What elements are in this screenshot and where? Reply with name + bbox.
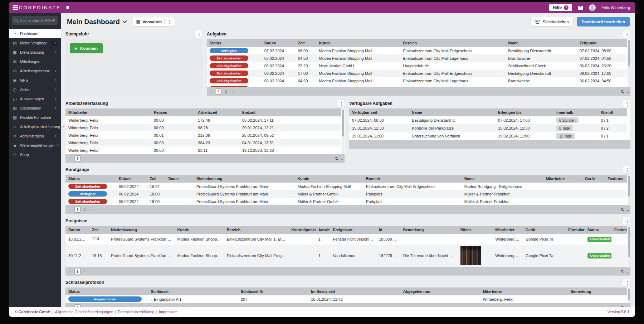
app-launcher-icon[interactable] — [66, 6, 69, 9]
widget-menu-button[interactable]: ⋮ — [623, 279, 630, 286]
prev-page-button[interactable]: ‹ — [67, 207, 73, 213]
sidebar-item-mitteilungen[interactable]: ✉ Mitteilungen — [9, 57, 61, 66]
table-row[interactable]: Zeit abgelaufen 06.02.2024 19:22 ProtecG… — [65, 183, 627, 190]
page-button[interactable]: 1 — [74, 268, 80, 274]
table-row[interactable]: Winterberg, Felix 00:01 212:09 25.01.202… — [65, 131, 341, 139]
scrollbar[interactable] — [628, 288, 630, 303]
sidebar-item-weiterempfehlungen[interactable]: ☻ Weiterempfehlungen — [9, 141, 61, 150]
widget-menu-button[interactable]: ⋮ — [623, 100, 630, 107]
kommen-button[interactable]: ▶ Kommen — [70, 43, 103, 53]
scrollbar[interactable] — [628, 226, 630, 266]
search-input[interactable] — [19, 18, 55, 23]
sidebar-item-administration[interactable]: ⚙ Administration — [9, 131, 61, 141]
hamburger-menu-icon[interactable] — [13, 5, 16, 10]
sidebar-item-auswertungen[interactable]: ◫ Auswertungen — [9, 94, 61, 103]
page-button[interactable]: 1 — [74, 304, 80, 307]
mail-icon[interactable] — [578, 6, 583, 10]
sichtbarkeiten-button[interactable]: Sichtbarkeiten — [530, 17, 574, 26]
dashboard-title-dropdown[interactable]: Mein Dashboard — [67, 18, 126, 26]
sidebar-item-arbeitsergebnisse[interactable]: ▭ Arbeitsergebnisse — [9, 66, 61, 76]
caret-down-icon[interactable]: ▾ — [627, 209, 629, 212]
chevron-left-icon — [55, 69, 58, 72]
sidebar-item-shop[interactable]: ⊞ Shop — [9, 150, 61, 159]
caret-down-icon[interactable]: ▾ — [627, 91, 629, 94]
widget-row-2: Arbeitszeiterfassung ⋮ Mitarbeiter Pause… — [65, 100, 630, 163]
table-row[interactable]: 30.11.2023 16:16 ProtecGuard Systems Fra… — [65, 245, 627, 267]
widget-menu-button[interactable]: ⋮ — [195, 30, 202, 38]
table-row[interactable]: Zeit abgelaufen 07.02.2024 04:50 Modea F… — [207, 54, 627, 62]
sidebar-item-zeiten[interactable]: ◷ Zeiten — [9, 85, 61, 94]
sidebar-item-dienstplanung[interactable]: ▦ Dienstplanung — [9, 48, 61, 57]
status-badge: Zeit abgelaufen — [210, 78, 248, 83]
table-row[interactable]: 19.01.2024, 11:00 Untersuchung von Vorfä… — [349, 132, 627, 140]
table-row[interactable]: Verfügbar 06.02.2024 18:00 ProtecGuard S… — [65, 190, 627, 198]
sidebar-item-gps[interactable]: ◉ GPS — [9, 76, 61, 85]
event-photo[interactable] — [460, 246, 481, 265]
table-row[interactable]: Angenommen ↓ Eingangstor A 1 207 16.01.2… — [65, 295, 627, 303]
col-mitarbeiter: Mitarbeiter — [492, 226, 523, 234]
page-button[interactable]: 1 — [74, 207, 80, 213]
help-button[interactable]: Hilfe ? — [549, 4, 572, 11]
caret-down-icon[interactable]: ▾ — [627, 271, 629, 274]
footer-link-datenschutz[interactable]: Datenschutzerklärung — [118, 310, 154, 314]
cell-geraet: Google Pixel 7a — [523, 245, 565, 267]
verwalten-button[interactable]: ▤ Verwalten ⋮ — [133, 17, 175, 26]
cell-endzeit: 25.01.2024, 09:52 — [239, 131, 341, 139]
widget-menu-button[interactable]: ⋮ — [337, 100, 345, 107]
dashboard-bearbeiten-button[interactable]: Dashboard bearbeiten — [577, 17, 630, 26]
refresh-icon[interactable]: ↻ — [620, 89, 625, 94]
table-row[interactable]: Zeit abgelaufen 06.02.2024 17:00 Modea F… — [207, 69, 627, 77]
scrollbar[interactable] — [342, 109, 344, 154]
page-button[interactable]: 1 — [74, 155, 80, 161]
table-row[interactable]: Winterberg, Felix 00:00 384:23 04.01.202… — [65, 139, 341, 146]
col-geraet: Gerät — [582, 175, 605, 183]
refresh-icon[interactable]: ↻ — [620, 207, 625, 212]
next-page-button[interactable]: › — [230, 88, 236, 95]
table-row[interactable]: 16.01.2024 11:41ⓘ ProtecGuard Systems Fr… — [65, 234, 627, 245]
table-row[interactable]: 15.01.2024, 12:30 Kontrolle der Parkplät… — [349, 124, 627, 132]
page-button[interactable]: 2 — [223, 88, 229, 95]
prev-page-button[interactable]: ‹ — [209, 88, 215, 95]
sidebar-item-meine-vorgaenge[interactable]: ▤ Meine Vorgänge 0 — [9, 38, 61, 48]
table-row[interactable]: Verfügbar 07.02.2024 08:00 Modea Fashion… — [207, 47, 627, 54]
scrollbar[interactable] — [628, 39, 630, 87]
cell-niederlassung: ProtecGuard Systems Frankfurt am Main — [194, 183, 295, 190]
table-row[interactable]: Winterberg, Felix 00:00 23:11 19.12.2023… — [65, 146, 341, 154]
next-page-button[interactable]: › — [82, 268, 88, 274]
table-row[interactable]: Zeit abgelaufen 06.02.2024 04:50 Modea F… — [207, 77, 627, 84]
prev-page-button[interactable]: ‹ — [67, 304, 73, 307]
table-row[interactable]: Winterberg, Felix 00:00 172:49 05.02.202… — [65, 116, 341, 124]
widget-menu-button[interactable]: ⋮ — [623, 166, 630, 173]
cell-mitarbeiter: Winterberg, Felix — [65, 131, 151, 139]
scrollbar[interactable] — [628, 175, 630, 205]
table-row[interactable]: Zeit abgelaufen 06.02.2024 23:20 Neon Ma… — [207, 62, 627, 69]
caret-down-icon[interactable]: ▾ — [341, 158, 343, 161]
cell-datum: 16.01.2024 — [65, 234, 89, 245]
table-row[interactable]: 07.02.2024, 08:00 Bestätigung Dienstantr… — [349, 116, 627, 124]
refresh-icon[interactable]: ↻ — [334, 156, 340, 161]
sidebar-item-label: Stammdaten — [20, 106, 42, 110]
kebab-icon[interactable]: ⋮ — [167, 19, 171, 24]
next-page-button[interactable]: › — [89, 207, 95, 213]
page-button[interactable]: 2 — [82, 207, 88, 213]
sidebar-item-stammdaten[interactable]: ▧ Stammdaten — [9, 103, 61, 113]
table-row[interactable]: Zeit abgelaufen 06.02.2024 18:00 ProtecG… — [65, 198, 627, 205]
sidebar-item-flexible-formulare[interactable]: ▤ Flexible Formulare — [9, 113, 61, 122]
widget-menu-button[interactable]: ⋮ — [623, 30, 630, 38]
col-innerhalb: Innerhalb — [553, 108, 598, 116]
sidebar-item-dashboard[interactable]: ◔ Dashboard — [9, 29, 61, 38]
footer-link-agb[interactable]: Allgemeine Geschäftsbedingungen — [55, 310, 113, 314]
next-page-button[interactable]: › — [82, 304, 88, 307]
col-kontrollpunkt: Kontrollpunkt — [288, 226, 315, 234]
refresh-icon[interactable]: ↻ — [620, 269, 625, 274]
avatar[interactable] — [589, 4, 596, 11]
cell-anzahl: 1 — [316, 245, 330, 267]
footer-link-impressum[interactable]: Impressum — [159, 310, 177, 314]
sidebar-item-arbeitsplatzabsicherung[interactable]: ⊕ Arbeitsplatzabsicherung — [9, 122, 61, 131]
next-page-button[interactable]: › — [82, 155, 88, 161]
prev-page-button[interactable]: ‹ — [67, 155, 73, 161]
widget-menu-button[interactable]: ⋮ — [623, 217, 630, 224]
page-button[interactable]: 1 — [216, 88, 222, 95]
table-row[interactable]: Winterberg, Felix 00:00 98:28 29.01.2024… — [65, 124, 341, 131]
prev-page-button[interactable]: ‹ — [67, 268, 73, 274]
